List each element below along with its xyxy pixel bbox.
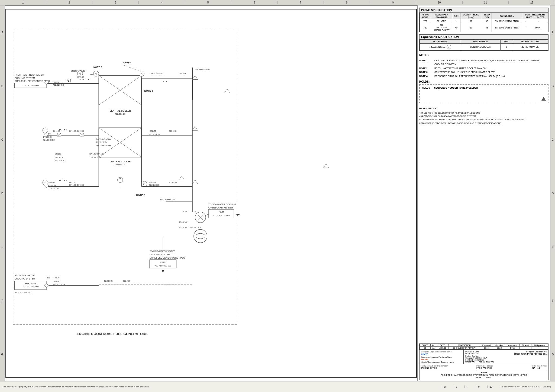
service-doc-label: Service Document ID: — [465, 359, 547, 361]
col-number-2: 2 — [46, 1, 93, 4]
svg-marker-118 — [224, 89, 230, 93]
col-number-6: 6 — [231, 1, 278, 4]
project-doc-label: Project Doc No: — [465, 355, 547, 357]
rev-col-prep: Prepared — [480, 344, 493, 347]
bottom-software: 2 — [464, 385, 470, 388]
col-number-1: 1 — [0, 1, 46, 4]
svg-text:TO SEA WATER COOLING: TO SEA WATER COOLING — [208, 203, 236, 206]
pipe-material-721: 221 GRB — [431, 19, 452, 23]
row-letter-e: E — [1, 246, 3, 249]
svg-text:722.226.XX: 722.226.XX — [96, 141, 108, 143]
svg-text:221: 221 — [47, 277, 50, 279]
notes-section: NOTES: NOTE 1 CENTRAL COOLER COUNTER FLA… — [418, 52, 550, 79]
top-ruler: 1 2 3 4 5 6 7 8 9 10 11 12 — [0, 0, 555, 5]
equipment-spec-section: EQUIPMENT SPECIFICATION TAG NUMBER DESCR… — [419, 34, 548, 51]
svg-text:CENTRAL COOLER: CENTRAL COOLER — [109, 110, 131, 112]
altera-logo: altera — [421, 353, 462, 356]
svg-text:273.XXX: 273.XXX — [169, 130, 178, 132]
svg-text:DN150×DN150: DN150×DN150 — [160, 198, 175, 201]
note-4-text: PRESSURE DROP ON FRESH WATER SIDE MAX. 6… — [434, 74, 505, 78]
rev-exnot: 01 — [420, 347, 431, 349]
svg-text:COOLING SYSTEM: COOLING SYSTEM — [15, 77, 35, 79]
svg-text:721-XB-0002-002: 721-XB-0002-002 — [213, 214, 230, 217]
svg-text:722.220.XX: 722.220.XX — [55, 159, 66, 162]
col-temp: TEMP(°C) — [482, 13, 492, 19]
pipe-conn-721: EN 1092-1/01B1 PN1C — [492, 19, 522, 23]
doc-title: P&ID — [421, 371, 547, 374]
row-letter-c: C — [1, 138, 3, 141]
svg-text:COOLING SYSTEM: COOLING SYSTEM — [150, 253, 170, 256]
svg-text:DN100×DN150: DN100×DN150 — [69, 130, 84, 132]
svg-text:273.XXX: 273.XXX — [43, 136, 52, 138]
svg-text:DN150×DN150: DN150×DN150 — [71, 70, 85, 72]
svg-text:NOTE 1: NOTE 1 — [59, 128, 67, 131]
hold-3-text: SEQUENCE NUMBER TO BE INCLUDED — [434, 86, 478, 89]
pipe-conn-722: EN 1092-1/01B1 PN1C — [492, 23, 522, 32]
svg-text:→ XXX: → XXX — [52, 277, 59, 279]
svg-text:NOTE 1: NOTE 1 — [123, 62, 131, 65]
rev-desc: 0C ISSUED FOR REVIEW — [448, 347, 480, 349]
pipe-temp-721: 90 — [482, 19, 492, 23]
right-row-letter-f: F — [552, 299, 553, 302]
pipe-sch-721: - — [452, 19, 460, 23]
pipe-material-722: 220ASTM A53GRADE A, ERW — [431, 23, 452, 32]
col-number-9: 9 — [370, 1, 416, 4]
bottom-number-10: 10 — [487, 385, 495, 388]
svg-marker-115 — [192, 76, 198, 80]
svg-text:FROM SEA WATER: FROM SEA WATER — [15, 274, 35, 277]
doc-title-row: P&ID P&ID FRESH WATER COOLING SYSTEM DUA… — [420, 370, 548, 380]
hold-3-row: HOLD 3 SEQUENCE NUMBER TO BE INCLUDED — [422, 86, 546, 89]
equipment-spec-table: TAG NUMBER DESCRIPTION QTY TECHNICAL DAT… — [420, 40, 548, 50]
logo-right-col: LCI: Altera Corp Company Document N°: LC… — [464, 350, 548, 364]
rev-cli-verif — [520, 347, 531, 349]
svg-text:OVERBOARD HEADER: OVERBOARD HEADER — [208, 206, 233, 209]
svg-text:DN100×DN150: DN100×DN150 — [195, 68, 210, 71]
references-section: REFERENCES: 434-100-PID-1499-001/002/003… — [418, 105, 550, 126]
svg-text:273.XXX: 273.XXX — [160, 80, 169, 83]
svg-text:722-XB-0002-002: 722-XB-0002-002 — [22, 84, 39, 87]
col-tag-number: TAG NUMBER — [420, 40, 461, 44]
note-3-text: SEA WATER FLOW 1.2-1.5 X THE FRESH WATER… — [434, 70, 495, 74]
rev-row-1: 01 A1 16.06.23 0C ISSUED FOR REVIEW Dire… — [420, 347, 548, 349]
svg-text:NOTE 2: NOTE 2 — [136, 194, 145, 197]
svg-text:CN200: CN200 — [53, 280, 60, 283]
right-row-letter-e: E — [552, 246, 554, 249]
svg-text:DN150×DN100: DN150×DN100 — [96, 138, 111, 140]
bottom-bar: This document is property of Eni Cote D'… — [0, 381, 555, 392]
pipe-inner-721: - — [522, 19, 529, 23]
svg-text:722-XB-0002-002: 722-XB-0002-002 — [154, 265, 171, 267]
rev-cl: A1 — [431, 347, 436, 349]
svg-text:721.221.XXX: 721.221.XXX — [53, 283, 66, 286]
svg-text:722.220.XX: 722.220.XX — [149, 133, 160, 136]
rev-approved: Direct — [506, 347, 519, 349]
row-letter-b: B — [1, 85, 3, 88]
svg-text:722.226.XX: 722.226.XX — [53, 84, 64, 86]
right-spec-panel: PIPING SPECIFICATION PIPINGCODE MATERIAL… — [417, 5, 550, 381]
rev-date: 16.06.23 — [436, 347, 448, 349]
piping-spec-title: PIPING SPECIFICATION — [420, 8, 548, 13]
svg-text:273.XXX: 273.XXX — [55, 156, 63, 159]
svg-text:DN150: DN150 — [53, 130, 60, 132]
note-2-label: NOTE 2 — [419, 66, 433, 70]
ref-1: 434-100-PID-1499-001/002/003/004 P&ID GE… — [419, 111, 548, 115]
svg-text:DN150: DN150 — [179, 72, 186, 75]
col-inner: SURF. TREATMENTINNEROUTER — [522, 13, 548, 19]
ref-3: 0D206-WGR-P-722-XB-0002-001 P&ID FRESH W… — [419, 118, 548, 122]
company-label: Company Logo and Business Name — [421, 351, 462, 353]
col-number-12: 12 — [509, 1, 555, 4]
svg-text:XXX: XXX — [183, 210, 188, 213]
svg-text:Ti: Ti — [79, 73, 81, 75]
client-label: LCI: Altera Corp — [465, 351, 479, 353]
svg-text:Di: Di — [119, 177, 121, 179]
col-number-10: 10 — [416, 1, 463, 4]
ref-4: 0D206-WGR-P-721-RD-0001 DESIGN BASIS COO… — [419, 122, 548, 125]
svg-marker-116 — [192, 126, 198, 130]
equip-desc: CENTRAL COOLER — [461, 44, 501, 50]
package-col: Project and Package FPSO PACKAGE — [475, 364, 531, 370]
svg-text:FROM P&ID FRESH WATER: FROM P&ID FRESH WATER — [15, 73, 44, 76]
col-number-11: 11 — [463, 1, 509, 4]
pid-drawing-svg: ENGINE ROOM DUAL FUEL GENERATORS FROM P&… — [5, 6, 417, 381]
client-info: LCI: Altera Corp Company Document N°: — [465, 351, 547, 353]
pipe-sch-722: 40 — [452, 23, 460, 32]
main-row: A B C D E F G ENGINE ROOM DUAL FUEL GENE… — [0, 5, 555, 381]
